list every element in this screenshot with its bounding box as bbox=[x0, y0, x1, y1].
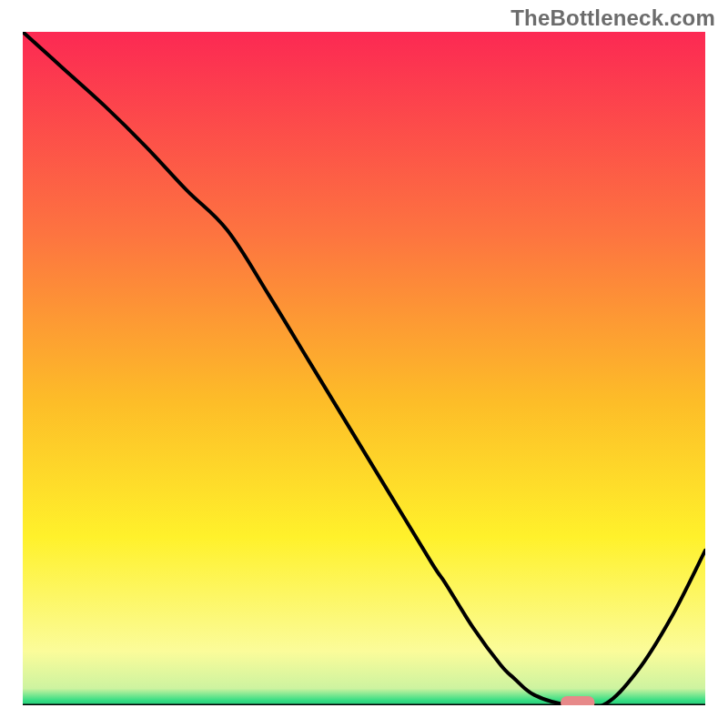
chart-svg bbox=[23, 32, 705, 705]
chart-container: TheBottleneck.com bbox=[0, 0, 728, 728]
watermark-text: TheBottleneck.com bbox=[511, 5, 715, 31]
chart-background bbox=[23, 32, 705, 705]
optimal-marker bbox=[561, 696, 595, 705]
plot-area bbox=[23, 32, 705, 705]
